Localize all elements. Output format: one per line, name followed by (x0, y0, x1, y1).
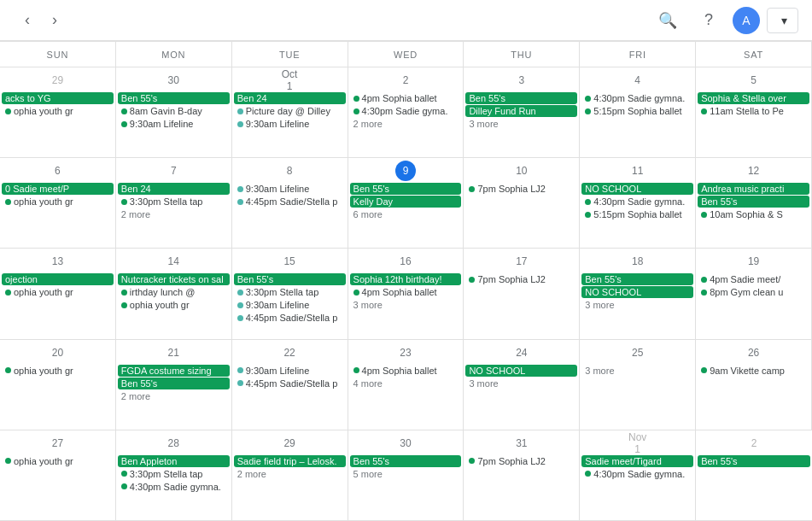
event[interactable]: Sadie field trip – Lelosk. (234, 455, 346, 467)
event[interactable]: NO SCHOOL (581, 286, 693, 298)
day-number[interactable]: 31 (511, 433, 532, 454)
event[interactable]: ophia youth gr (2, 105, 114, 117)
event[interactable]: ojection (2, 273, 114, 285)
event[interactable]: ophia youth gr (2, 365, 114, 377)
avatar[interactable]: A (733, 7, 760, 34)
event[interactable]: 3 more (581, 365, 693, 377)
event[interactable]: Ben 55's (234, 273, 346, 285)
event[interactable]: irthday lunch @ (118, 286, 230, 298)
event[interactable]: Andrea music practi (698, 183, 809, 195)
event[interactable]: Kelly Day (350, 196, 462, 208)
event[interactable]: Sophia & Stella over (698, 92, 809, 104)
day-number[interactable]: 26 (744, 342, 764, 363)
event[interactable]: 2 more (350, 118, 462, 130)
event[interactable]: 4:45pm Sadie/Stella p (234, 378, 346, 389)
event[interactable]: 2 more (118, 390, 230, 402)
event[interactable]: 3:30pm Stella tap (234, 286, 346, 298)
prev-month-button[interactable]: ‹ (14, 7, 41, 34)
day-number[interactable]: 14 (163, 251, 184, 272)
day-number[interactable]: Oct 1 (279, 70, 300, 91)
day-number[interactable]: 13 (47, 251, 67, 272)
event[interactable]: 2 more (234, 468, 346, 480)
event[interactable]: 2 more (118, 208, 230, 220)
day-number[interactable]: Nov 1 (628, 433, 648, 454)
event[interactable]: 9:30am Lifeline (234, 118, 346, 130)
event[interactable]: 4:45pm Sadie/Stella p (234, 312, 346, 324)
event[interactable]: 7pm Sophia LJ2 (465, 273, 577, 285)
day-number[interactable]: 27 (47, 433, 67, 454)
day-number[interactable]: 2 (395, 70, 416, 91)
day-number[interactable]: 2 (744, 433, 764, 454)
event[interactable]: 9:30am Lifeline (234, 299, 346, 311)
next-month-button[interactable]: › (41, 7, 68, 34)
day-number[interactable]: 19 (744, 251, 764, 272)
day-number[interactable]: 29 (279, 433, 300, 454)
event[interactable]: 5:15pm Sophia ballet (581, 208, 693, 220)
event[interactable]: NO SCHOOL (465, 365, 577, 377)
event[interactable]: 8pm Gym clean u (698, 286, 809, 298)
event[interactable]: 9:30am Lifeline (234, 183, 346, 195)
event[interactable]: 11am Stella to Pe (698, 105, 809, 117)
event[interactable]: FGDA costume sizing (118, 365, 230, 377)
day-number[interactable]: 21 (163, 342, 184, 363)
day-number[interactable]: 17 (511, 251, 532, 272)
day-number[interactable]: 28 (163, 433, 184, 454)
day-number[interactable]: 20 (47, 342, 67, 363)
event[interactable]: 3 more (581, 299, 693, 311)
day-number[interactable]: 30 (395, 433, 416, 454)
event[interactable]: Picture day @ Dilley (234, 105, 346, 117)
event[interactable]: 5:15pm Sophia ballet (581, 105, 693, 117)
event[interactable]: 10am Sophia & S (698, 208, 809, 220)
event[interactable]: 7pm Sophia LJ2 (465, 183, 577, 195)
event[interactable]: Dilley Fund Run (465, 105, 577, 117)
event[interactable]: Sadie meet/Tigard (581, 455, 693, 467)
event[interactable]: 8am Gavin B-day (118, 105, 230, 117)
event[interactable]: 3 more (465, 378, 577, 389)
search-button[interactable]: 🔍 (651, 3, 685, 38)
event[interactable]: 0 Sadie meet/P (2, 183, 114, 195)
event[interactable]: Nutcracker tickets on sal (118, 273, 230, 285)
event[interactable]: 4:30pm Sadie gyma. (350, 105, 462, 117)
day-number[interactable]: 23 (395, 342, 416, 363)
event[interactable]: 4:45pm Sadie/Stella p (234, 196, 346, 208)
day-number[interactable]: 8 (279, 161, 300, 181)
event[interactable]: 6 more (350, 208, 462, 220)
day-number[interactable]: 3 (511, 70, 532, 91)
day-number[interactable]: 25 (628, 342, 648, 363)
day-number[interactable]: 9 (395, 161, 416, 181)
event[interactable]: Sophia 12th birthday! (350, 273, 462, 285)
event[interactable]: ophia youth gr (118, 299, 230, 311)
day-number[interactable]: 7 (163, 161, 184, 181)
event[interactable]: 4pm Sophia ballet (350, 286, 462, 298)
event[interactable]: 7pm Sophia LJ2 (465, 455, 577, 467)
event[interactable]: 4:30pm Sadie gymna. (581, 196, 693, 208)
day-number[interactable]: 16 (395, 251, 416, 272)
event[interactable]: ophia youth gr (2, 196, 114, 208)
day-number[interactable]: 5 (744, 70, 764, 91)
event[interactable]: 4pm Sophia ballet (350, 365, 462, 377)
event[interactable]: acks to YG (2, 92, 114, 104)
event[interactable]: 9:30am Lifeline (234, 365, 346, 377)
event[interactable]: 4:30pm Sadie gymna. (118, 481, 230, 493)
day-number[interactable]: 18 (628, 251, 648, 272)
event[interactable]: ophia youth gr (2, 455, 114, 467)
event[interactable]: 3 more (350, 299, 462, 311)
day-number[interactable]: 24 (511, 342, 532, 363)
event[interactable]: 4:30pm Sadie gymna. (581, 92, 693, 104)
event[interactable]: 4 more (350, 378, 462, 389)
event[interactable]: 3:30pm Stella tap (118, 468, 230, 480)
event[interactable]: 4pm Sophia ballet (350, 92, 462, 104)
event[interactable]: Ben Appleton (118, 455, 230, 467)
event[interactable]: Ben 24 (118, 183, 230, 195)
event[interactable]: 5 more (350, 468, 462, 480)
event[interactable]: 3:30pm Stella tap (118, 196, 230, 208)
event[interactable]: 9:30am Lifeline (118, 118, 230, 130)
event[interactable]: Ben 55's (350, 183, 462, 195)
month-view-button[interactable]: ▾ (767, 8, 798, 33)
day-number[interactable]: 29 (47, 70, 67, 91)
event[interactable]: Ben 55's (698, 196, 809, 208)
event[interactable]: Ben 55's (698, 455, 810, 467)
event[interactable]: Ben 55's (118, 378, 230, 389)
day-number[interactable]: 30 (163, 70, 184, 91)
event[interactable]: 4pm Sadie meet/ (698, 273, 809, 285)
